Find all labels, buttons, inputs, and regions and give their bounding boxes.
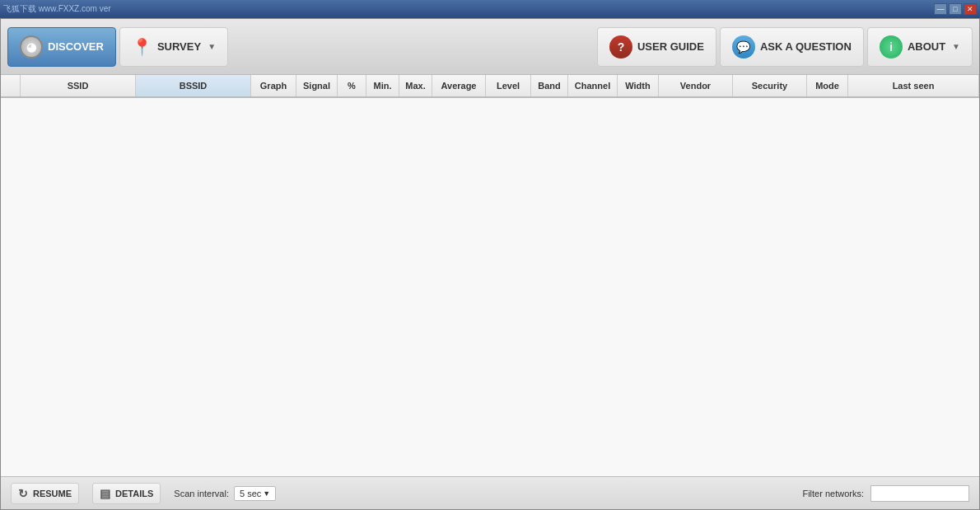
info-icon: i bbox=[880, 35, 903, 58]
col-header-channel[interactable]: Channel bbox=[568, 75, 618, 96]
col-header-lastseen[interactable]: Last seen bbox=[848, 75, 979, 96]
chat-icon: 💬 bbox=[732, 35, 755, 58]
compass-icon: ◕ bbox=[20, 35, 43, 58]
minimize-button[interactable]: — bbox=[934, 3, 947, 15]
table-container: SSID BSSID Graph Signal % Min. Max. Aver… bbox=[1, 75, 979, 476]
col-header-graph[interactable]: Graph bbox=[251, 75, 296, 96]
details-button[interactable]: ▤ DETAILS bbox=[92, 483, 161, 504]
about-dropdown-arrow: ▼ bbox=[952, 42, 960, 51]
survey-button[interactable]: 📍 SURVEY ▼ bbox=[119, 27, 228, 67]
user-guide-button[interactable]: ? USER GUIDE bbox=[597, 27, 716, 67]
status-bar: ↻ RESUME ▤ DETAILS Scan interval: 5 sec … bbox=[1, 476, 979, 509]
pin-icon: 📍 bbox=[132, 37, 152, 57]
col-header-ssid[interactable]: SSID bbox=[21, 75, 136, 96]
scan-interval-value: 5 sec bbox=[240, 489, 261, 498]
resume-icon: ↻ bbox=[18, 487, 28, 500]
discover-button[interactable]: ◕ DISCOVER bbox=[7, 27, 116, 67]
table-body bbox=[1, 98, 979, 476]
title-bar-left: 飞狐下载 www.FXXZ.com ver bbox=[3, 3, 111, 15]
table-header: SSID BSSID Graph Signal % Min. Max. Aver… bbox=[1, 75, 979, 98]
details-label: DETAILS bbox=[115, 489, 153, 498]
title-watermark: 飞狐下载 www.FXXZ.com ver bbox=[3, 3, 111, 15]
resume-button[interactable]: ↻ RESUME bbox=[11, 483, 79, 504]
col-header-mode[interactable]: Mode bbox=[807, 75, 848, 96]
col-header-percent[interactable]: % bbox=[338, 75, 366, 96]
col-header-vendor[interactable]: Vendor bbox=[659, 75, 733, 96]
scan-interval-section: Scan interval: 5 sec ▼ bbox=[174, 486, 276, 501]
discover-label: DISCOVER bbox=[48, 40, 104, 53]
col-header-level[interactable]: Level bbox=[486, 75, 531, 96]
survey-label: SURVEY bbox=[157, 40, 201, 53]
col-header-bssid[interactable]: BSSID bbox=[136, 75, 251, 96]
col-header-signal[interactable]: Signal bbox=[296, 75, 338, 96]
user-guide-label: USER GUIDE bbox=[637, 40, 704, 53]
ask-question-label: ASK A QUESTION bbox=[760, 40, 852, 53]
about-label: ABOUT bbox=[908, 40, 945, 53]
col-header-check[interactable] bbox=[1, 75, 21, 96]
col-header-average[interactable]: Average bbox=[432, 75, 486, 96]
question-icon: ? bbox=[609, 35, 632, 58]
survey-dropdown-arrow: ▼ bbox=[208, 42, 216, 51]
scan-interval-arrow: ▼ bbox=[263, 489, 270, 498]
scan-interval-label: Scan interval: bbox=[174, 489, 229, 498]
scan-interval-select[interactable]: 5 sec ▼ bbox=[234, 486, 276, 501]
details-icon: ▤ bbox=[100, 487, 110, 500]
app-window: ◕ DISCOVER 📍 SURVEY ▼ ? USER GUIDE 💬 ASK… bbox=[0, 18, 980, 510]
filter-section: Filter networks: bbox=[802, 485, 969, 502]
col-header-width[interactable]: Width bbox=[618, 75, 659, 96]
title-bar: 飞狐下载 www.FXXZ.com ver — □ ✕ bbox=[0, 0, 980, 18]
col-header-min[interactable]: Min. bbox=[366, 75, 399, 96]
col-header-band[interactable]: Band bbox=[531, 75, 568, 96]
toolbar: ◕ DISCOVER 📍 SURVEY ▼ ? USER GUIDE 💬 ASK… bbox=[1, 19, 979, 75]
title-controls: — □ ✕ bbox=[934, 3, 977, 15]
maximize-button[interactable]: □ bbox=[949, 3, 962, 15]
resume-label: RESUME bbox=[33, 489, 72, 498]
col-header-security[interactable]: Security bbox=[733, 75, 807, 96]
filter-input[interactable] bbox=[870, 485, 969, 502]
ask-question-button[interactable]: 💬 ASK A QUESTION bbox=[720, 27, 864, 67]
filter-label: Filter networks: bbox=[802, 489, 864, 498]
col-header-max[interactable]: Max. bbox=[399, 75, 432, 96]
about-button[interactable]: i ABOUT ▼ bbox=[867, 27, 973, 67]
close-button[interactable]: ✕ bbox=[964, 3, 977, 15]
